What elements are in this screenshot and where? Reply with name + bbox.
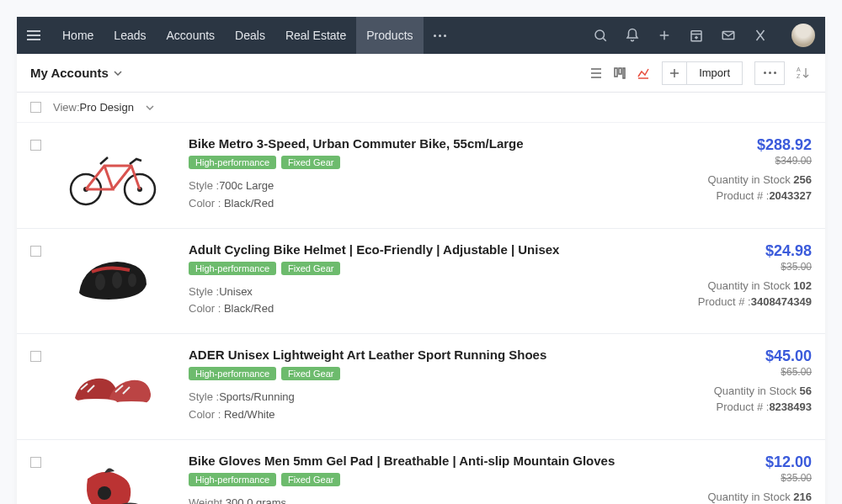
- page-title-dropdown[interactable]: My Accounts: [30, 66, 122, 80]
- product-tag: Fixed Gear: [281, 262, 340, 275]
- list-view-icon[interactable]: [589, 66, 603, 80]
- product-attr: Weight 300.0 grams: [189, 495, 643, 504]
- calendar-icon[interactable]: [689, 28, 704, 43]
- top-nav: HomeLeadsAccountsDealsReal EstateProduct…: [17, 17, 825, 54]
- view-filter-value: Pro Design: [80, 101, 134, 114]
- sort-icon[interactable]: A Z: [797, 66, 812, 81]
- product-attr: Color : Black/Red: [189, 195, 643, 213]
- svg-rect-14: [623, 68, 625, 78]
- user-avatar[interactable]: [791, 24, 815, 47]
- nav-item-deals[interactable]: Deals: [225, 17, 275, 54]
- subbar: My Accounts Import A Z: [17, 54, 825, 93]
- add-button[interactable]: [662, 61, 687, 85]
- product-title[interactable]: ADER Unisex Lightweight Art Leather Spor…: [189, 347, 643, 362]
- product-row: Bike Metro 3-Speed, Urban Commuter Bike,…: [17, 123, 825, 229]
- svg-line-1: [603, 38, 605, 40]
- product-attr: Color : Black/Red: [189, 300, 643, 318]
- row-checkbox[interactable]: [30, 457, 41, 468]
- product-price: $24.98: [643, 242, 812, 260]
- product-old-price: $35.00: [643, 472, 812, 484]
- product-image[interactable]: [54, 136, 172, 212]
- product-tag: High-performance: [189, 262, 276, 275]
- product-number: Product # :8238493: [643, 401, 812, 413]
- import-button[interactable]: Import: [687, 61, 743, 85]
- product-price: $12.00: [643, 454, 812, 471]
- filter-bar: View:Pro Design: [17, 93, 825, 123]
- nav-more-button[interactable]: [424, 34, 456, 37]
- product-price: $288.92: [643, 136, 812, 154]
- row-checkbox[interactable]: [30, 246, 41, 257]
- product-attr: Style :Sports/Running: [189, 389, 643, 406]
- search-icon[interactable]: [593, 28, 608, 43]
- product-tag: Fixed Gear: [281, 156, 340, 169]
- product-old-price: $35.00: [643, 261, 812, 273]
- page-title: My Accounts: [30, 66, 109, 80]
- product-row: Adult Cycling Bike Helmet | Eco-Friendly…: [17, 229, 825, 335]
- svg-rect-13: [619, 68, 621, 74]
- product-old-price: $65.00: [643, 366, 812, 378]
- nav-item-home[interactable]: Home: [52, 17, 104, 54]
- nav-item-leads[interactable]: Leads: [104, 17, 156, 54]
- bell-icon[interactable]: [625, 28, 640, 43]
- product-old-price: $349.00: [643, 155, 812, 167]
- product-stock: Quantity in Stock 256: [643, 173, 812, 186]
- chevron-down-icon: [114, 71, 122, 76]
- svg-rect-12: [615, 68, 617, 77]
- nav-item-accounts[interactable]: Accounts: [157, 17, 226, 54]
- product-title[interactable]: Bike Metro 3-Speed, Urban Commuter Bike,…: [189, 136, 643, 151]
- product-image[interactable]: [54, 347, 172, 423]
- svg-text:A: A: [797, 66, 801, 72]
- product-stock: Quantity in Stock 216: [643, 491, 812, 503]
- product-image[interactable]: [54, 454, 172, 504]
- chevron-down-icon[interactable]: [146, 105, 154, 110]
- product-number: Product # :3408474349: [643, 295, 812, 308]
- view-filter-label: View:: [53, 101, 80, 114]
- mail-icon[interactable]: [721, 28, 736, 43]
- product-price: $45.00: [643, 347, 812, 365]
- product-tag: High-performance: [189, 367, 276, 380]
- tools-icon[interactable]: [753, 28, 768, 43]
- svg-point-0: [595, 30, 605, 40]
- row-checkbox[interactable]: [30, 140, 41, 151]
- view-filter-dropdown[interactable]: View:Pro Design: [53, 101, 134, 114]
- product-image[interactable]: [54, 242, 172, 318]
- product-attr: Style :Unisex: [189, 284, 643, 301]
- product-attr: Style :700c Large: [189, 178, 643, 195]
- product-tag: High-performance: [189, 156, 276, 169]
- nav-item-products[interactable]: Products: [356, 17, 423, 54]
- plus-icon[interactable]: [657, 28, 672, 43]
- product-attr: Color : Red/White: [189, 406, 643, 424]
- product-row: Bike Gloves Men 5mm Gel Pad | Breathable…: [17, 440, 825, 504]
- product-tag: Fixed Gear: [281, 473, 340, 486]
- product-tag: Fixed Gear: [281, 367, 340, 380]
- product-stock: Quantity in Stock 56: [643, 385, 812, 397]
- product-title[interactable]: Bike Gloves Men 5mm Gel Pad | Breathable…: [189, 454, 643, 468]
- product-stock: Quantity in Stock 102: [643, 279, 812, 292]
- canvas-view-icon[interactable]: [637, 66, 650, 80]
- svg-text:Z: Z: [797, 73, 801, 79]
- product-tag: High-performance: [189, 473, 276, 486]
- product-title[interactable]: Adult Cycling Bike Helmet | Eco-Friendly…: [189, 242, 643, 257]
- nav-item-real-estate[interactable]: Real Estate: [275, 17, 356, 54]
- product-row: ADER Unisex Lightweight Art Leather Spor…: [17, 334, 825, 440]
- row-checkbox[interactable]: [30, 351, 41, 362]
- product-number: Product # :2043327: [643, 189, 812, 202]
- hamburger-icon[interactable]: [27, 30, 40, 40]
- select-all-checkbox[interactable]: [30, 102, 41, 113]
- kanban-view-icon[interactable]: [613, 66, 626, 80]
- more-actions-button[interactable]: [754, 61, 785, 85]
